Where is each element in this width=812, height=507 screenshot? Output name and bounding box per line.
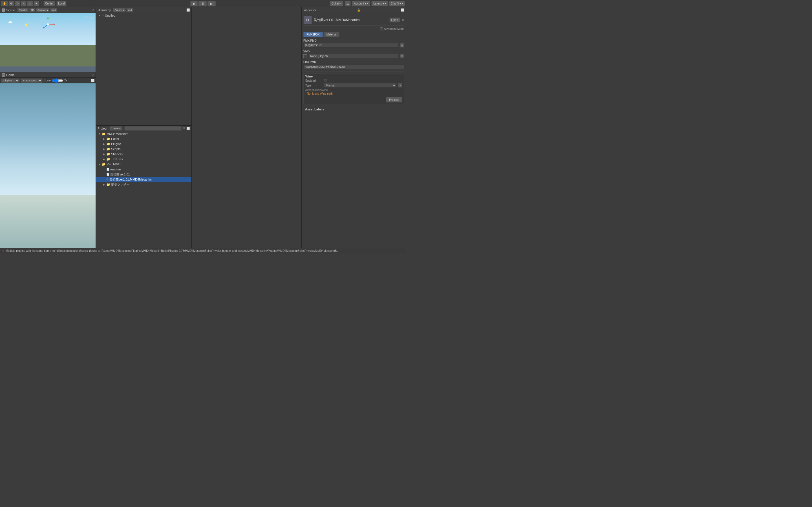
scene-file-icon: ⬡ <box>102 14 104 17</box>
inspector-panel: Inspector 🔓 ⬜ ⚙ 美竹蘭ver1.01.MMD4Mecanim O… <box>302 7 406 248</box>
transform-tool-btn[interactable]: ✦ <box>34 1 39 6</box>
step-btn[interactable]: ⏭ <box>207 1 216 6</box>
status-error-icon: ⚠ <box>2 249 4 252</box>
hierarchy-create-btn[interactable]: Create ▾ <box>113 8 126 12</box>
advanced-mode-checkbox[interactable] <box>380 27 383 31</box>
hierarchy-untitled[interactable]: ▶ ⬡ Untitled <box>96 13 192 18</box>
svg-marker-5 <box>43 27 44 29</box>
list-item[interactable]: 📄 美竹蘭ver1.01 <box>96 172 192 177</box>
hierarchy-header: Hierarchy Create ▾ ≡All ⬜ <box>96 7 192 13</box>
move-tool-btn[interactable]: ✛ <box>8 1 14 6</box>
pmx2fbx-tab[interactable]: PMX2FBX <box>303 32 323 37</box>
hierarchy-all-btn[interactable]: ≡All <box>126 8 133 12</box>
inspector-title-row: ⚙ 美竹蘭ver1.01.MMD4Mecanim Open ⚙ <box>303 15 404 25</box>
svg-marker-1 <box>47 17 49 18</box>
hierarchy-tab[interactable]: Hierarchy <box>98 8 111 12</box>
project-search-input[interactable] <box>124 126 182 131</box>
arrow: ▼ <box>98 163 101 166</box>
svg-line-14 <box>28 24 28 24</box>
file-icon: 📄 <box>106 168 109 171</box>
wine-enabled-checkbox[interactable] <box>324 79 327 82</box>
item-label: 美竹蘭ver1.01 <box>110 172 130 177</box>
display-select[interactable]: Display 1 <box>1 78 20 83</box>
list-item[interactable]: ▶ 📁 Textures <box>96 157 192 162</box>
item-label: Textures <box>111 158 123 161</box>
list-item[interactable]: ▶ 📁 Shaders <box>96 152 192 157</box>
layers-btn[interactable]: Layers ▾ <box>371 1 388 6</box>
2d-btn[interactable]: 2D <box>29 8 36 12</box>
account-btn[interactable]: Account ▾ <box>352 1 370 6</box>
item-label: 蘭テクスチャ <box>111 182 130 187</box>
main-layout: ⬡ Scene Shaded 2D Gizmos ▾ ≡All ⤢ <box>0 7 406 248</box>
hierarchy-controls: Create ▾ ≡All <box>113 8 133 12</box>
folder-icon: 📁 <box>106 158 110 161</box>
arrow: ▼ <box>98 133 101 135</box>
play-btn[interactable]: ▶ <box>190 1 198 6</box>
game-sky <box>0 83 96 199</box>
center-btn[interactable]: Center <box>43 1 55 6</box>
pmx-pmd-picker-btn[interactable]: ◎ <box>400 43 404 48</box>
scene-icon: ⬡ <box>2 8 5 12</box>
list-item[interactable]: ⚙ 美竹蘭ver1.01.MMD4Mecanim <box>96 177 192 182</box>
shaded-btn[interactable]: Shaded <box>17 8 29 12</box>
game-maximize[interactable]: ⤢ <box>92 73 94 76</box>
project-tab[interactable]: Project <box>98 127 107 130</box>
inspector-settings-btn[interactable]: ⚙ <box>402 18 404 22</box>
scene-canvas[interactable]: ☁ < Persp <box>0 13 96 66</box>
untitled-label: Untitled <box>105 14 115 17</box>
cloud-btn[interactable]: ☁ <box>345 1 351 6</box>
rotate-tool-btn[interactable]: ↻ <box>15 1 20 6</box>
list-item[interactable]: 📄 readme <box>96 167 192 172</box>
scale-slider[interactable] <box>52 79 63 82</box>
pmx-pmd-input[interactable] <box>303 43 399 48</box>
project-maximize[interactable]: ⬜ <box>186 127 190 130</box>
inspector-tab-label[interactable]: Inspector <box>303 8 316 12</box>
wine-type-expand-btn[interactable]: ▾ <box>398 83 402 88</box>
list-item[interactable]: ▼ 📁 Ran MMD <box>96 162 192 167</box>
aspect-select[interactable]: Free Aspect <box>21 78 43 83</box>
inspector-lock-icon[interactable]: 🔓 <box>357 8 360 11</box>
gizmos-btn[interactable]: Gizmos ▾ <box>36 8 50 12</box>
vmd-picker-btn[interactable]: ◎ <box>400 54 404 58</box>
list-item[interactable]: ▶ 📁 Plugins <box>96 142 192 147</box>
wine-type-select[interactable]: Manual <box>323 83 397 88</box>
local-btn[interactable]: Local <box>56 1 66 6</box>
game-canvas[interactable] <box>0 83 96 248</box>
hierarchy-maximize[interactable]: ⬜ <box>186 8 190 11</box>
scene-maximize[interactable]: ⤢ <box>92 8 94 11</box>
collab-btn[interactable]: Collab <box>329 1 343 6</box>
pmx-pmd-section: PMX/PMD ◎ <box>303 39 404 48</box>
inspector-maximize[interactable]: ⬜ <box>401 8 404 11</box>
process-btn[interactable]: Process <box>386 97 402 103</box>
list-item[interactable]: ▼ 📁 MMD4Mecanim <box>96 131 192 136</box>
vmd-input[interactable] <box>309 54 399 58</box>
vmd-checkbox[interactable] <box>303 54 307 58</box>
material-tab[interactable]: Material <box>323 32 340 37</box>
status-message: Multiple plugins with the same name 'mmd… <box>6 249 338 252</box>
layout-btn[interactable]: 2 by 3 ▾ <box>389 1 405 6</box>
inspector-open-btn[interactable]: Open <box>389 17 400 22</box>
game-tab[interactable]: Game <box>6 73 15 76</box>
fbx-path-input[interactable] <box>303 64 404 69</box>
arrow: ▶ <box>103 143 105 145</box>
arrow: ▶ <box>103 158 105 161</box>
advanced-mode-label: Advanced Mode <box>384 27 404 31</box>
pause-btn[interactable]: ⏸ <box>199 1 207 6</box>
inspector-body: ⚙ 美竹蘭ver1.01.MMD4Mecanim Open ⚙ Advanced… <box>302 13 406 248</box>
list-item[interactable]: ▶ 📁 蘭テクスチャ <box>96 182 192 187</box>
scale-tool-btn[interactable]: ⤡ <box>21 1 27 6</box>
rect-tool-btn[interactable]: ▭ <box>27 1 33 6</box>
list-item[interactable]: ▶ 📁 Scripts <box>96 147 192 152</box>
asset-labels-section: Asset Labels <box>303 106 404 113</box>
hand-tool-btn[interactable]: ✋ <box>1 1 8 6</box>
asset-area <box>192 7 302 248</box>
scene-tab[interactable]: Scene <box>6 8 15 12</box>
game-min-btn[interactable]: ⬜ <box>91 79 94 82</box>
fbx-path-row <box>303 64 404 69</box>
project-create-btn[interactable]: Create ▾ <box>109 126 122 131</box>
list-item[interactable]: ▶ 📁 Editor <box>96 136 192 142</box>
axis-gizmo <box>40 16 56 33</box>
all-btn[interactable]: ≡All <box>50 8 57 12</box>
project-settings-icon[interactable]: ⚙ <box>183 127 185 130</box>
wine-type-row: Type Manual ▾ <box>305 83 402 88</box>
